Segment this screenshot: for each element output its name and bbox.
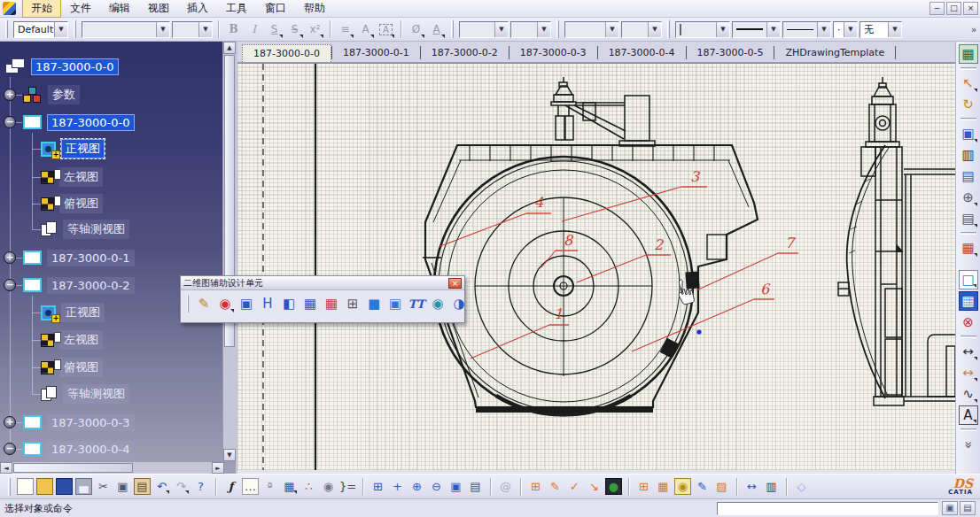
instantiate-2d-icon[interactable]: ▤ [959,166,978,186]
lock-icon[interactable]: ◉ [320,478,337,495]
tree-label[interactable]: 正视图 [61,139,105,158]
toolbar-grip[interactable] [667,20,670,38]
menu-item-插入[interactable]: 插入 [178,0,217,18]
visualization-filter-icon[interactable]: ● [605,478,622,495]
axis-target-icon[interactable]: ◉ [215,294,235,313]
callout-number-7[interactable]: 7 [785,235,796,251]
expand-icon[interactable]: + [4,251,16,264]
superscript-button[interactable]: x² [306,20,324,39]
tree-label[interactable]: 参数 [48,85,80,104]
whats-this-icon[interactable]: ? [192,478,209,495]
tree-item-187-3000-0-4[interactable]: 187-3000-0-4 [23,437,135,460]
tree-item-俯视图[interactable]: 俯视图 [41,356,103,379]
graphic-style-combo-arrow[interactable]: ▼ [54,22,67,37]
minimize-button[interactable]: − [929,2,945,15]
tree-label[interactable]: 俯视图 [59,358,103,377]
power-input-toggle[interactable]: ▣ [942,501,958,515]
character-properties-button-dropdown[interactable] [370,35,374,38]
numeric-display-combo-arrow[interactable]: ▼ [494,22,508,37]
callout-number-2[interactable]: 2 [654,236,664,253]
sheet-tab-187-3000-0-0[interactable]: 187-3000-0-0 [242,44,331,62]
comment-icon[interactable]: … [242,478,259,495]
restore-button[interactable]: □ [946,2,961,15]
tree-label[interactable]: 左视图 [59,330,103,350]
undo-icon-dropdown[interactable] [166,490,169,494]
callout-number-4[interactable]: 4 [534,194,544,211]
pie-circle-icon[interactable]: ◑ [449,294,469,313]
knowledge-icon[interactable]: ª [261,478,278,495]
tree-label[interactable]: 正视图 [61,303,105,322]
eraser-icon[interactable]: ◇ [793,478,810,495]
toolbar-grip[interactable] [187,295,189,313]
area-fill-icon[interactable]: ▨ [713,478,730,495]
text-tt-icon[interactable]: TT [407,294,426,313]
underline-button-dropdown[interactable] [279,35,283,38]
toolbar-grip[interactable] [5,20,8,38]
multi-view-icon[interactable]: ▥ [959,145,978,165]
relations-icon[interactable]: ∴ [300,478,317,495]
tree-label[interactable]: 187-3000-0-0 [31,58,119,75]
grid-display-icon[interactable]: ⊞ [635,478,652,495]
tree-label[interactable]: 187-3000-0-2 [47,277,135,294]
collapse-icon[interactable]: − [4,443,16,455]
balloon-generation-icon[interactable]: ◉ [674,478,691,495]
toolbar-grip[interactable] [74,20,76,38]
new-sheet-icon[interactable]: □ [959,270,978,289]
tree-item-187-3000-0-1[interactable]: 187-3000-0-1 [23,246,135,269]
blue-rect-icon[interactable]: ■ [364,294,384,313]
tree-item-俯视图[interactable]: 俯视图 [41,192,103,215]
tree-label[interactable]: 187-3000-0-1 [47,250,135,266]
text-annotation-icon-dropdown[interactable] [973,420,976,423]
move-grid-icon[interactable]: ⊞ [343,294,362,313]
table-red-icon[interactable]: ▦ [322,294,341,313]
formula-icon[interactable]: ƒ [222,478,239,495]
update-icon[interactable]: ↻ [959,95,978,114]
select-cursor-icon[interactable]: ↖ [959,73,978,93]
dimension-precision-combo[interactable]: ▼ [621,21,662,38]
render-style-combo[interactable]: 无▼ [859,21,902,38]
sheet-tab-187-3000-0-2[interactable]: 187-3000-0-2 [421,44,509,62]
view-creation-icon-dropdown[interactable] [974,139,977,143]
paste-icon[interactable]: ▤ [134,478,151,495]
font-size-combo[interactable]: ▼ [172,21,213,38]
tree-vertical-scrollbar[interactable]: ▲ ▼ [222,42,236,461]
measure-item-icon[interactable]: ▥ [763,478,780,495]
dimensions-icon-dropdown[interactable] [974,357,977,360]
sheet-component-icon-dropdown[interactable] [974,224,977,228]
tree-item-等轴测视图[interactable]: 等轴测视图 [41,218,129,241]
leader-spline-icon[interactable]: ∿ [959,384,978,404]
anchor-symbol-button-dropdown[interactable] [421,35,424,38]
drafting-workbench-icon[interactable]: ▦ [959,44,978,64]
sheet-tab-187-3000-0-4[interactable]: 187-3000-0-4 [598,44,686,62]
scroll-left-button[interactable]: ◄ [0,462,12,474]
justification-button-dropdown[interactable] [350,35,354,38]
tree-item-正视图[interactable]: +正视图 [41,137,105,160]
collapse-icon[interactable]: − [4,116,16,128]
view-creation-icon[interactable]: ▣ [959,124,978,143]
numeric-precision-combo[interactable]: ▼ [510,21,551,38]
gear-component-icon-dropdown[interactable] [974,203,977,206]
sheet-tab-187-3000-0-1[interactable]: 187-3000-0-1 [332,44,420,62]
drawing-canvas[interactable]: 1234678 [237,63,955,470]
scroll-down-button[interactable]: ▼ [223,449,236,461]
frame-book-icon[interactable]: ▣ [237,294,256,313]
tree-item-187-3000-0-2[interactable]: 187-3000-0-2 [23,274,135,297]
axis-target-icon-dropdown[interactable] [230,309,234,313]
underline-button[interactable]: S [265,20,284,39]
line-type-combo[interactable]: ▼ [732,21,781,38]
graphic-color-combo[interactable]: ▼ [675,21,730,38]
anchor-line-button-dropdown[interactable] [441,35,445,38]
tree-label[interactable]: 187-3000-0-3 [47,414,135,431]
cut-icon[interactable]: ✂ [95,478,112,495]
dimension-style-combo[interactable]: ▼ [564,21,619,38]
redo-icon-dropdown[interactable] [185,490,189,494]
frame-titleblock-icon[interactable]: ▦ [655,478,672,495]
scroll-thumb[interactable] [13,463,133,473]
graphic-style-combo[interactable]: Default▼ [13,21,68,38]
tree-item-左视图[interactable]: 左视图 [41,328,103,351]
tree-label[interactable]: 187-3000-0-0 [47,114,135,131]
specification-tree[interactable]: 187-3000-0-0+参数−187-3000-0-0+正视图左视图俯视图等轴… [0,42,237,474]
font-size-combo-arrow[interactable]: ▼ [198,22,212,37]
italic-button[interactable]: I [245,20,263,39]
visualization-filter-icon-dropdown[interactable] [617,490,620,493]
